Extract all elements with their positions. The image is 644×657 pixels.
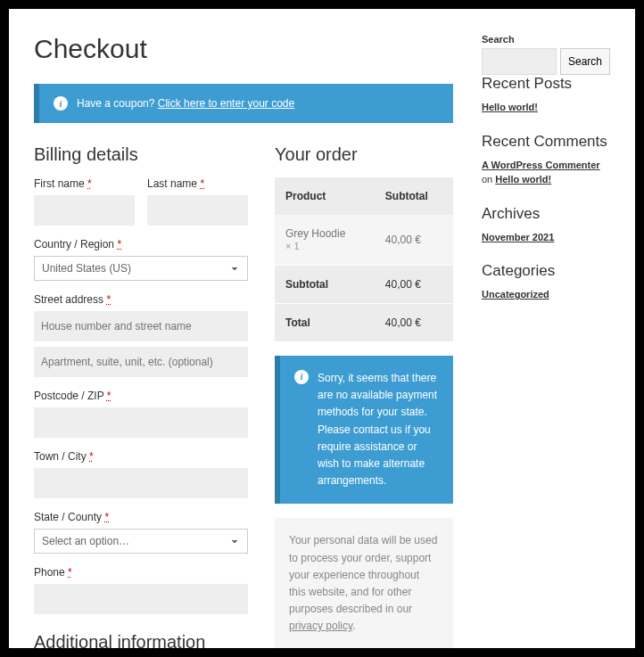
search-input[interactable]	[482, 48, 557, 75]
country-label: Country / Region *	[34, 238, 248, 250]
last-name-label: Last name *	[147, 177, 248, 190]
privacy-text: Your personal data will be used to proce…	[289, 534, 437, 615]
col-subtotal: Subtotal	[375, 177, 453, 215]
street-label: Street address *	[34, 293, 248, 306]
col-product: Product	[275, 177, 375, 215]
postcode-input[interactable]	[34, 407, 248, 438]
total-value: 40,00 €	[375, 304, 453, 342]
state-label: State / County *	[34, 511, 248, 523]
item-qty: × 1	[285, 241, 300, 251]
additional-heading: Additional information	[34, 632, 248, 653]
order-heading: Your order	[275, 144, 453, 165]
categories-heading: Categories	[482, 262, 610, 280]
payment-notice: i Sorry, it seems that there are no avai…	[275, 356, 453, 504]
last-name-input[interactable]	[147, 195, 248, 226]
question-checkbox[interactable]	[289, 649, 301, 657]
country-select[interactable]: United States (US)	[34, 256, 248, 281]
recent-posts-heading: Recent Posts	[482, 75, 610, 93]
order-table: Product Subtotal Grey Hoodie× 1 40,00 € …	[275, 177, 453, 341]
commenter-link[interactable]: A WordPress Commenter	[482, 160, 600, 170]
question-label: Your Question Here	[306, 645, 400, 657]
privacy-box: Your personal data will be used to proce…	[275, 518, 453, 657]
table-row: Grey Hoodie× 1 40,00 €	[275, 215, 453, 266]
first-name-input[interactable]	[34, 195, 135, 226]
phone-label: Phone *	[34, 566, 248, 579]
order-column: Your order Product Subtotal Grey Hoodie×…	[275, 144, 453, 657]
on-text: on	[482, 174, 495, 185]
page-title: Checkout	[34, 34, 453, 64]
street-input[interactable]	[34, 311, 248, 341]
item-name: Grey Hoodie	[285, 227, 345, 240]
billing-heading: Billing details	[34, 144, 248, 165]
billing-column: Billing details First name * Last name *…	[34, 144, 248, 657]
archive-link[interactable]: November 2021	[482, 232, 554, 242]
first-name-label: First name *	[34, 177, 135, 190]
phone-input[interactable]	[34, 584, 248, 614]
recent-comments-heading: Recent Comments	[482, 133, 610, 151]
town-input[interactable]	[34, 468, 248, 498]
town-label: Town / City *	[34, 450, 248, 463]
info-icon: i	[294, 370, 309, 384]
total-label: Total	[275, 304, 375, 342]
subtotal-label: Subtotal	[275, 266, 375, 304]
info-icon: i	[54, 96, 68, 111]
recent-post-link[interactable]: Hello world!	[482, 102, 538, 112]
subtotal-value: 40,00 €	[375, 266, 453, 304]
archives-heading: Archives	[482, 205, 610, 223]
category-link[interactable]: Uncategorized	[482, 289, 549, 300]
street2-input[interactable]	[34, 347, 248, 377]
coupon-notice: i Have a coupon? Click here to enter you…	[34, 84, 453, 123]
coupon-link[interactable]: Click here to enter your code	[158, 97, 294, 110]
search-label: Search	[482, 34, 610, 45]
item-subtotal: 40,00 €	[375, 215, 453, 266]
comment-post-link[interactable]: Hello world!	[495, 174, 551, 185]
coupon-prompt: Have a coupon?	[77, 97, 154, 110]
search-button[interactable]: Search	[560, 48, 610, 75]
privacy-link[interactable]: privacy policy	[289, 620, 352, 632]
postcode-label: Postcode / ZIP *	[34, 390, 248, 402]
sidebar: Search Search Recent Posts Hello world! …	[482, 34, 610, 657]
state-select[interactable]: Select an option…	[34, 529, 248, 554]
main-content: Checkout i Have a coupon? Click here to …	[34, 34, 453, 657]
